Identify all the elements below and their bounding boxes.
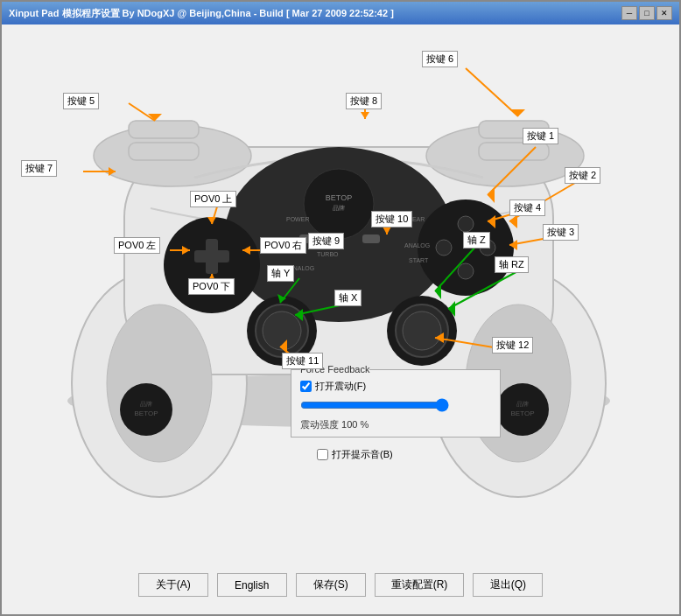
label-button3: 按键 3	[543, 224, 579, 241]
controller-area: BETOP 品牌 POWER CLEAR	[2, 24, 679, 532]
label-pov-down: POV0 下	[188, 278, 235, 295]
main-window: Xinput Pad 模拟程序设置 By NDogXJ @ Beijing,Ch…	[0, 0, 681, 616]
vibration-slider[interactable]	[300, 398, 449, 412]
svg-rect-12	[206, 239, 218, 274]
svg-text:BETOP: BETOP	[135, 410, 158, 417]
label-axis-y: 轴 Y	[267, 265, 294, 282]
label-button7: 按键 7	[21, 160, 57, 177]
svg-text:品牌: 品牌	[516, 401, 529, 407]
svg-point-29	[263, 312, 301, 350]
force-feedback-group: Force Feedback 打开震动(F) 震动强度 100 %	[291, 364, 501, 438]
controller-image: BETOP 品牌 POWER CLEAR	[19, 33, 658, 514]
label-axis-z: 轴 Z	[463, 232, 490, 248]
label-button5: 按键 5	[63, 93, 99, 109]
minimize-button[interactable]: ─	[621, 6, 637, 20]
svg-text:START: START	[409, 257, 429, 263]
label-button2: 按键 2	[565, 167, 600, 184]
titlebar-controls: ─ □ ✕	[621, 6, 672, 20]
svg-rect-34	[129, 121, 199, 138]
label-button4: 按键 4	[509, 200, 545, 216]
label-button8: 按键 8	[346, 93, 382, 109]
notify-label: 打开提示音(B)	[332, 448, 393, 461]
notify-row: 打开提示音(B)	[317, 448, 393, 466]
label-button10: 按键 10	[371, 211, 412, 228]
vibration-row: 打开震动(F)	[300, 380, 491, 393]
titlebar: Xinput Pad 模拟程序设置 By NDogXJ @ Beijing,Ch…	[2, 2, 679, 24]
label-axis-rz: 轴 RZ	[495, 256, 529, 273]
vibration-label: 打开震动(F)	[315, 380, 366, 393]
notify-checkbox[interactable]	[317, 449, 328, 460]
svg-text:品牌: 品牌	[333, 205, 345, 211]
svg-text:BETOP: BETOP	[326, 193, 352, 202]
exit-button[interactable]: 退出(Q)	[473, 573, 543, 597]
save-button[interactable]: 保存(S)	[296, 573, 366, 597]
label-button12: 按键 12	[492, 337, 533, 354]
label-button6: 按键 6	[422, 51, 458, 67]
label-pov-right: POV0 右	[260, 237, 306, 254]
svg-point-17	[436, 240, 452, 256]
svg-text:TURBO: TURBO	[317, 251, 339, 257]
window-title: Xinput Pad 模拟程序设置 By NDogXJ @ Beijing,Ch…	[9, 7, 394, 20]
label-pov-left: POV0 左	[114, 237, 160, 254]
label-button1: 按键 1	[523, 128, 558, 144]
svg-rect-19	[362, 234, 380, 243]
svg-text:ANALOG: ANALOG	[404, 242, 430, 248]
restore-button[interactable]: □	[639, 6, 655, 20]
svg-point-32	[403, 312, 441, 350]
label-pov-up: POV0 上	[190, 191, 236, 207]
svg-text:BETOP: BETOP	[511, 410, 535, 417]
slider-row	[300, 398, 491, 415]
svg-point-16	[458, 263, 474, 279]
svg-text:品牌: 品牌	[140, 401, 152, 407]
label-button11: 按键 11	[282, 353, 323, 369]
svg-text:POWER: POWER	[286, 216, 309, 222]
close-button[interactable]: ✕	[656, 6, 672, 20]
label-axis-x: 轴 X	[334, 290, 362, 306]
about-button[interactable]: 关于(A)	[138, 573, 208, 597]
svg-rect-35	[479, 143, 549, 160]
main-content: BETOP 品牌 POWER CLEAR	[2, 24, 679, 614]
svg-point-14	[458, 216, 474, 232]
svg-point-7	[304, 169, 374, 239]
label-button9: 按键 9	[308, 233, 344, 249]
vibration-strength-label: 震动强度 100 %	[300, 418, 491, 431]
svg-rect-33	[129, 143, 199, 160]
svg-point-37	[107, 304, 212, 462]
english-button[interactable]: English	[217, 573, 287, 597]
bottom-buttons: 关于(A) English 保存(S) 重读配置(R) 退出(Q)	[2, 573, 679, 597]
reload-button[interactable]: 重读配置(R)	[375, 573, 465, 597]
vibration-checkbox[interactable]	[300, 381, 312, 392]
